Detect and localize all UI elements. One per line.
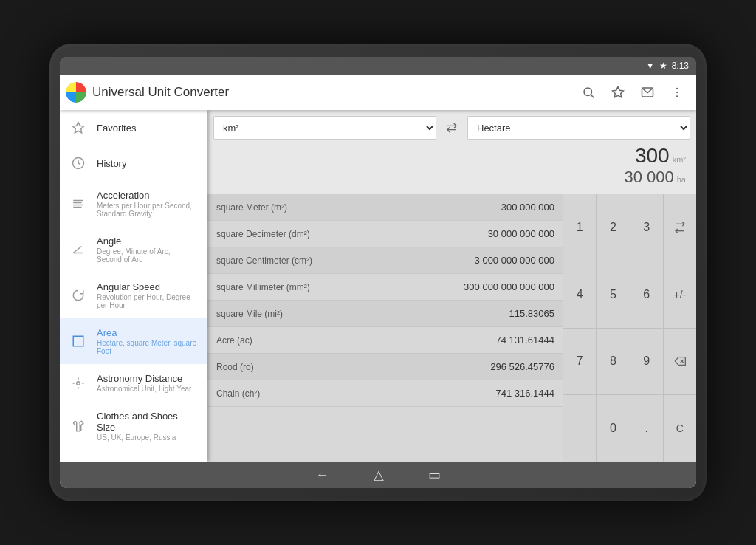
key-8[interactable]: 8 [597, 329, 629, 395]
recents-button[interactable]: ▭ [428, 467, 441, 483]
svg-line-2 [591, 95, 594, 97]
back-button[interactable]: ← [316, 467, 329, 483]
favorites-button[interactable] [605, 79, 631, 106]
key-plusminus[interactable]: +/- [664, 261, 696, 328]
key-backspace[interactable] [664, 329, 696, 395]
app-bar-actions [575, 79, 690, 106]
astronomy-icon [70, 375, 86, 391]
sidebar-item-clothes[interactable]: Clothes and Shoes Size US, UK, Europe, R… [60, 402, 207, 450]
to-unit-select[interactable]: Hectare [467, 116, 690, 140]
primary-value: 300 km² [218, 144, 686, 168]
key-swap[interactable] [664, 194, 696, 261]
navigation-drawer: Favorites History [60, 110, 207, 462]
key-7[interactable]: 7 [563, 329, 596, 395]
key-3[interactable]: 3 [630, 194, 663, 261]
secondary-value: 30 000 ha [218, 168, 686, 187]
history-text: History [97, 158, 126, 169]
app-container: Universal Unit Converter [60, 75, 696, 488]
result-unit: square Mile (mi²) [216, 309, 305, 319]
bottom-section: square Meter (m²) 300 000 000 square Dec… [207, 194, 696, 462]
sidebar-item-angle[interactable]: Angle Degree, Minute of Arc, Second of A… [60, 227, 207, 272]
result-unit: square Millimeter (mm²) [216, 282, 310, 292]
result-row: square Mile (mi²) 115.83065 [207, 301, 563, 327]
key-6[interactable]: 6 [630, 261, 663, 328]
sidebar-item-astronomy[interactable]: Astronomy Distance Astronomical Unit, Li… [60, 364, 207, 402]
key-dot[interactable]: . [630, 395, 663, 462]
app-bar: Universal Unit Converter [60, 75, 696, 110]
acceleration-icon [70, 196, 86, 212]
app-logo [66, 82, 86, 103]
key-2[interactable]: 2 [597, 194, 629, 261]
result-row: square Centimeter (cm²) 3 000 000 000 00… [207, 247, 563, 274]
keypad: 1 2 3 4 5 6 +/ [563, 194, 696, 462]
history-icon [70, 155, 86, 171]
value-display: 300 km² 30 000 ha [213, 143, 690, 188]
result-value: 3 000 000 000 000 [475, 255, 554, 266]
angle-icon [70, 241, 86, 258]
angular-speed-text: Angular Speed Revolution per Hour, Degre… [97, 281, 197, 309]
clothes-icon [70, 418, 86, 434]
home-button[interactable]: △ [374, 467, 384, 483]
email-button[interactable] [634, 79, 661, 106]
result-unit: square Decimeter (dm²) [216, 229, 310, 239]
results-list: square Meter (m²) 300 000 000 square Dec… [207, 194, 563, 462]
sidebar-item-area[interactable]: Area Hectare, square Meter, square Foot [60, 318, 207, 364]
result-value: 741 316.1444 [495, 388, 554, 399]
angular-speed-icon [70, 287, 86, 304]
status-bar: ▼ ★ 8:13 [60, 57, 696, 75]
more-button[interactable] [664, 79, 690, 106]
svg-marker-3 [613, 87, 624, 97]
search-button[interactable] [575, 79, 602, 106]
tablet-shell: ▼ ★ 8:13 Universal Unit Converter [49, 44, 707, 501]
unit-selectors: km² Hectare [213, 116, 690, 140]
svg-marker-28 [675, 357, 685, 366]
svg-point-7 [676, 95, 678, 97]
clock: 8:13 [672, 61, 689, 71]
nav-bar: ← △ ▭ [60, 462, 696, 488]
astronomy-text: Astronomy Distance Astronomical Unit, Li… [97, 373, 191, 393]
clothes-text: Clothes and Shoes Size US, UK, Europe, R… [97, 411, 197, 442]
result-row: Chain (ch²) 741 316.1444 [207, 380, 563, 407]
sidebar-item-history[interactable]: History [60, 145, 207, 181]
result-value: 300 000 000 [501, 202, 554, 213]
cooking-text: Cooking Volume and Weight Tablespoon, Te… [97, 459, 197, 462]
swap-button[interactable] [441, 117, 463, 139]
svg-marker-8 [73, 123, 84, 133]
svg-point-5 [676, 88, 678, 89]
battery-icon: ★ [659, 61, 667, 71]
result-row: Rood (ro) 296 526.45776 [207, 354, 563, 380]
sidebar-item-angular-speed[interactable]: Angular Speed Revolution per Hour, Degre… [60, 272, 207, 318]
result-row: square Millimeter (mm²) 300 000 000 000 … [207, 274, 563, 301]
app-title: Universal Unit Converter [92, 85, 569, 100]
key-empty-left [563, 395, 596, 462]
result-unit: Rood (ro) [216, 362, 305, 372]
result-value: 296 526.45776 [490, 361, 554, 372]
result-value: 115.83065 [509, 308, 554, 319]
key-4[interactable]: 4 [563, 261, 596, 328]
sidebar-item-acceleration[interactable]: Acceleration Meters per Hour per Second,… [60, 181, 207, 227]
key-5[interactable]: 5 [597, 261, 629, 328]
key-0[interactable]: 0 [597, 395, 629, 462]
sidebar-item-favorites[interactable]: Favorites [60, 110, 207, 145]
svg-point-6 [676, 92, 678, 93]
result-unit: Chain (ch²) [216, 388, 305, 399]
tablet-screen: ▼ ★ 8:13 Universal Unit Converter [60, 57, 696, 488]
svg-point-16 [77, 381, 80, 385]
area-text: Area Hectare, square Meter, square Foot [97, 327, 197, 355]
key-1[interactable]: 1 [563, 194, 596, 261]
key-clear[interactable]: C [664, 395, 696, 462]
result-unit: square Centimeter (cm²) [216, 256, 312, 266]
main-layout: Favorites History [60, 110, 696, 462]
favorites-text: Favorites [97, 123, 136, 134]
result-value: 74 131.61444 [495, 335, 554, 346]
svg-rect-15 [73, 336, 83, 346]
star-icon [70, 120, 86, 136]
result-row: Acre (ac) 74 131.61444 [207, 327, 563, 354]
content-area: km² Hectare [207, 110, 696, 462]
sidebar-item-cooking[interactable]: Cooking Volume and Weight Tablespoon, Te… [60, 450, 207, 462]
key-9[interactable]: 9 [630, 329, 663, 395]
result-unit: Acre (ac) [216, 335, 305, 346]
wifi-icon: ▼ [646, 61, 655, 71]
from-unit-select[interactable]: km² [213, 116, 436, 140]
acceleration-text: Acceleration Meters per Hour per Second,… [97, 190, 197, 218]
